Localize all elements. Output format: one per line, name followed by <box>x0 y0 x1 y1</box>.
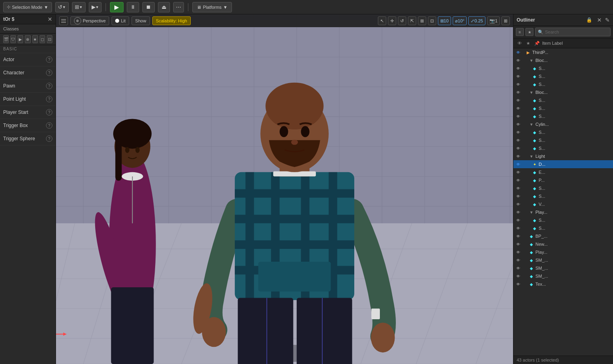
media-btn[interactable]: ▶ ▼ <box>89 2 102 12</box>
lit-button[interactable]: Lit <box>112 16 129 25</box>
class-item-character[interactable]: Character ? <box>0 66 56 80</box>
star-col-icon[interactable]: ★ <box>525 40 532 47</box>
tree-item[interactable]: 👁 ◆ V... <box>513 200 613 208</box>
class-icon-shield[interactable]: 🛡 <box>10 35 16 43</box>
visibility-eye-icon[interactable]: 👁 <box>515 265 521 271</box>
tree-item[interactable]: 👁 ◆ New... <box>513 240 613 248</box>
outliner-tree[interactable]: 👁 ▶ ThirdP... 👁 ▼ Bloc... 👁 ◆ S... 👁 <box>513 48 613 356</box>
point-light-help-icon[interactable]: ? <box>46 96 52 102</box>
class-icon-play[interactable]: ▶ <box>18 35 23 43</box>
tree-item[interactable]: 👁 ◆ S... <box>513 72 613 80</box>
tree-item[interactable]: 👁 ◆ BP_... <box>513 232 613 240</box>
viewport-menu-button[interactable] <box>59 16 68 25</box>
tree-item[interactable]: 👁 ◆ S... <box>513 216 613 224</box>
tree-item[interactable]: 👁 ◆ SM_... <box>513 272 613 280</box>
outliner-star-filter[interactable]: ★ <box>525 28 533 36</box>
tree-item[interactable]: 👁 ◆ S... <box>513 184 613 192</box>
visibility-eye-icon[interactable]: 👁 <box>515 121 521 127</box>
tree-item[interactable]: 👁 ◆ Play... <box>513 248 613 256</box>
show-button[interactable]: Show <box>132 16 150 25</box>
rotate-tool-button[interactable]: ↺ <box>398 16 406 25</box>
visibility-eye-icon[interactable]: 👁 <box>515 193 521 199</box>
tree-item-selected[interactable]: 👁 ✦ D... <box>513 160 613 168</box>
class-item-pawn[interactable]: Pawn ? <box>0 80 56 93</box>
pause-button[interactable]: ⏸ <box>127 2 139 12</box>
tree-item[interactable]: 👁 ▼ Bloc... <box>513 88 613 96</box>
tree-item[interactable]: 👁 ▼ Bloc... <box>513 56 613 64</box>
tree-item[interactable]: 👁 ◆ S... <box>513 96 613 104</box>
transform-btn-2[interactable]: ⊞ ▼ <box>72 2 86 12</box>
tree-item[interactable]: 👁 ◆ Tex... <box>513 280 613 288</box>
tree-item[interactable]: 👁 ◆ S... <box>513 192 613 200</box>
tree-item[interactable]: 👁 ◆ S... <box>513 144 613 152</box>
visibility-eye-icon[interactable]: 👁 <box>515 241 521 247</box>
visibility-eye-icon[interactable]: 👁 <box>515 273 521 279</box>
visibility-eye-icon[interactable]: 👁 <box>515 113 521 119</box>
outliner-search-box[interactable]: 🔍 Search <box>535 28 611 36</box>
class-item-actor[interactable]: Actor ? <box>0 53 56 66</box>
tree-item[interactable]: 👁 ▶ ThirdP... <box>513 48 613 56</box>
surface-snapping-button[interactable]: ⊡ <box>428 16 436 25</box>
outliner-settings-icon[interactable]: ✎ <box>605 17 610 23</box>
class-icon-globe[interactable]: ⊕ <box>25 35 30 43</box>
character-help-icon[interactable]: ? <box>46 70 52 76</box>
visibility-col-icon[interactable]: 👁 <box>516 40 523 47</box>
outliner-filter-button[interactable]: ≡ <box>516 28 524 36</box>
scale-snap-button[interactable]: ⤢ 0.25 <box>468 16 485 25</box>
visibility-eye-icon[interactable]: 👁 <box>515 169 521 175</box>
left-panel-close-button[interactable]: ✕ <box>48 16 52 22</box>
visibility-eye-icon[interactable]: 👁 <box>515 217 521 223</box>
class-item-player-start[interactable]: Player Start ? <box>0 106 56 119</box>
transform-btn-1[interactable]: ↺ ▼ <box>55 2 69 12</box>
scale-tool-button[interactable]: ⇱ <box>408 16 416 25</box>
tree-item[interactable]: 👁 ◆ SM_... <box>513 264 613 272</box>
visibility-eye-icon[interactable]: 👁 <box>515 201 521 207</box>
viewport-canvas[interactable] <box>56 14 513 364</box>
platforms-button[interactable]: 🖥 Platforms ▼ <box>192 2 232 12</box>
visibility-eye-icon[interactable]: 👁 <box>515 209 521 215</box>
class-icon-cube[interactable]: ◻ <box>40 35 45 43</box>
visibility-eye-icon[interactable]: 👁 <box>515 177 521 183</box>
class-item-trigger-box[interactable]: Trigger Box ? <box>0 119 56 132</box>
tree-item[interactable]: 👁 ◆ S... <box>513 112 613 120</box>
visibility-eye-icon[interactable]: 👁 <box>515 225 521 231</box>
tree-item[interactable]: 👁 ▼ Play... <box>513 208 613 216</box>
visibility-eye-icon[interactable]: 👁 <box>515 97 521 103</box>
visibility-eye-icon[interactable]: 👁 <box>515 137 521 143</box>
class-item-trigger-sphere[interactable]: Trigger Sphere ? <box>0 132 56 145</box>
trigger-sphere-help-icon[interactable]: ? <box>46 135 52 142</box>
actor-help-icon[interactable]: ? <box>46 56 52 63</box>
camera-speed-button[interactable]: 📷 1 <box>487 16 500 25</box>
perspective-button[interactable]: ⊕ Perspective <box>70 16 109 25</box>
grid-snap-button[interactable]: ⊞ 10 <box>438 16 451 25</box>
visibility-eye-icon[interactable]: 👁 <box>515 105 521 111</box>
player-start-help-icon[interactable]: ? <box>46 109 52 115</box>
visibility-eye-icon[interactable]: 👁 <box>515 49 521 56</box>
tree-item[interactable]: 👁 ◆ S... <box>513 128 613 136</box>
tree-item[interactable]: 👁 ◆ E... <box>513 168 613 176</box>
visibility-eye-icon[interactable]: 👁 <box>515 233 521 239</box>
tree-item[interactable]: 👁 ◆ S... <box>513 136 613 144</box>
play-button[interactable]: ▶ <box>110 2 124 12</box>
tree-item[interactable]: 👁 ◆ SM_... <box>513 256 613 264</box>
pawn-help-icon[interactable]: ? <box>46 83 52 89</box>
class-icon-star[interactable]: ★ <box>32 35 38 43</box>
visibility-eye-icon[interactable]: 👁 <box>515 65 521 72</box>
visibility-eye-icon[interactable]: 👁 <box>515 73 521 80</box>
outliner-close-button[interactable]: ✕ <box>597 17 602 23</box>
transform-mode-button[interactable]: ⊞ <box>418 16 426 25</box>
visibility-eye-icon[interactable]: 👁 <box>515 129 521 135</box>
translate-tool-button[interactable]: ✛ <box>388 16 396 25</box>
tree-item[interactable]: 👁 ◆ S... <box>513 80 613 88</box>
visibility-eye-icon[interactable]: 👁 <box>515 161 521 167</box>
selection-mode-button[interactable]: ⊹ Selection Mode ▼ <box>3 2 52 12</box>
stop-button[interactable]: ⏹ <box>142 2 155 12</box>
class-icon-film[interactable]: 🎬 <box>3 35 9 43</box>
pin-col-icon[interactable]: 📌 <box>533 40 541 47</box>
visibility-eye-icon[interactable]: 👁 <box>515 185 521 191</box>
visibility-eye-icon[interactable]: 👁 <box>515 153 521 159</box>
visibility-eye-icon[interactable]: 👁 <box>515 249 521 255</box>
angle-snap-button[interactable]: ⌀ 10° <box>453 16 467 25</box>
tree-item[interactable]: 👁 ◆ P... <box>513 176 613 184</box>
more-options-button[interactable]: ⋯ <box>173 2 184 12</box>
